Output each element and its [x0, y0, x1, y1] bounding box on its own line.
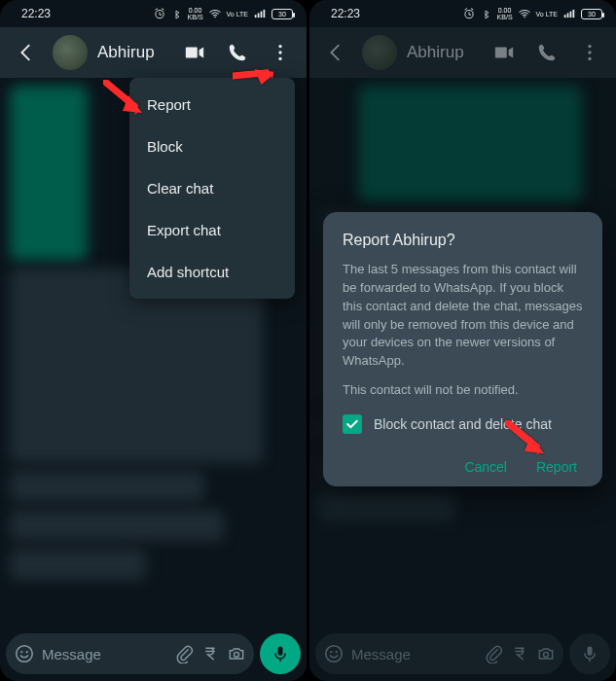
dialog-title: Report Abhirup?: [343, 232, 583, 249]
signal-icon: [253, 7, 267, 20]
options-menu: Report Block Clear chat Export chat Add …: [129, 78, 295, 299]
battery-indicator: 30: [272, 9, 293, 19]
menu-item-clear-chat[interactable]: Clear chat: [129, 167, 295, 209]
status-network: Vo LTE: [227, 11, 248, 18]
video-icon: [184, 42, 205, 63]
message-bubble: [10, 549, 146, 580]
phone-left: 22:23 0.00KB/S Vo LTE 30 Abhirup Message: [0, 0, 307, 681]
dialog-note: This contact will not be notified.: [343, 382, 583, 397]
report-dialog: Report Abhirup? The last 5 messages from…: [323, 212, 602, 486]
alarm-icon: [153, 7, 166, 20]
mic-icon: [271, 644, 290, 663]
contact-name[interactable]: Abhirup: [97, 43, 168, 62]
annotation-arrow: [103, 80, 148, 123]
message-bubble: [10, 510, 224, 541]
cancel-button[interactable]: Cancel: [464, 459, 507, 475]
status-data-rate: 0.00KB/S: [188, 7, 203, 20]
menu-item-add-shortcut[interactable]: Add shortcut: [129, 251, 295, 293]
dialog-body: The last 5 messages from this contact wi…: [343, 261, 583, 371]
checkbox-checked[interactable]: [343, 414, 362, 434]
mic-button[interactable]: [260, 633, 301, 674]
message-placeholder: Message: [42, 646, 167, 663]
input-bar: Message: [0, 632, 307, 681]
check-icon: [344, 416, 360, 432]
menu-item-export-chat[interactable]: Export chat: [129, 209, 295, 251]
phone-right: 22:23 0.00KB/S Vo LTE 30 Abhirup Message: [309, 0, 616, 681]
back-icon: [16, 42, 37, 63]
message-input[interactable]: Message: [6, 633, 254, 674]
status-bar: 22:23 0.00KB/S Vo LTE 30: [0, 0, 307, 27]
message-bubble: [10, 86, 88, 261]
attach-icon[interactable]: [174, 644, 194, 663]
message-bubble: [10, 471, 204, 502]
annotation-arrow: [233, 54, 273, 99]
bluetooth-icon: [171, 8, 183, 19]
avatar[interactable]: [53, 35, 88, 70]
menu-item-block[interactable]: Block: [129, 125, 295, 167]
status-time: 22:23: [21, 7, 51, 20]
back-button[interactable]: [10, 36, 43, 69]
video-call-button[interactable]: [178, 36, 211, 69]
emoji-icon[interactable]: [14, 643, 35, 664]
wifi-icon: [208, 7, 222, 20]
camera-icon[interactable]: [227, 644, 246, 663]
payment-icon[interactable]: [200, 644, 220, 663]
annotation-arrow: [505, 420, 550, 465]
